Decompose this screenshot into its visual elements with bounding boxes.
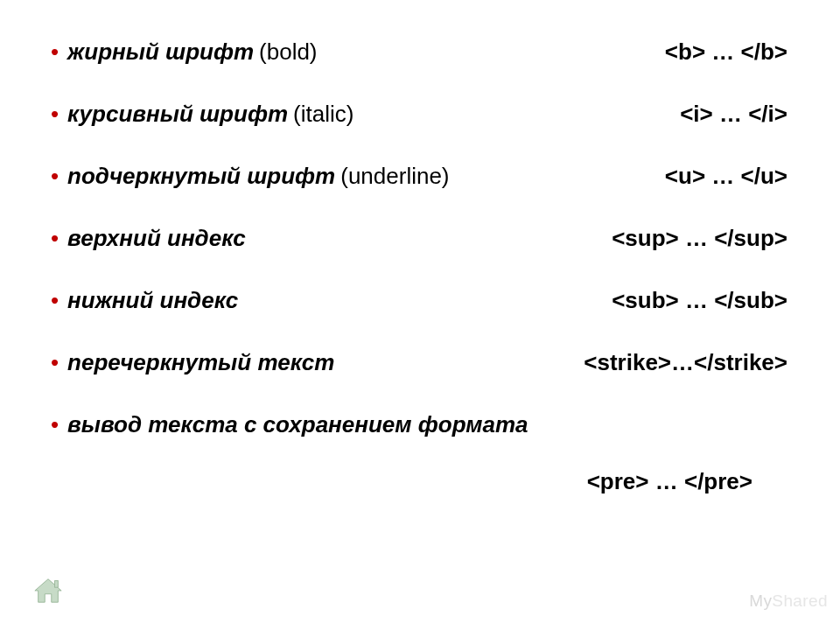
item-code: <i> … </i>	[680, 101, 805, 128]
item-code: <sup> … </sup>	[612, 225, 805, 252]
item-paren: (italic)	[293, 101, 354, 128]
watermark-my: My	[749, 592, 772, 610]
bullet-icon: •	[51, 102, 59, 125]
item-description: верхний индекс	[67, 225, 246, 252]
item-description: жирный шрифт	[67, 38, 254, 66]
bullet-icon: •	[51, 164, 59, 187]
item-description: нижний индекс	[67, 287, 238, 314]
item-description: курсивный шрифт	[67, 101, 288, 128]
bullet-icon: •	[51, 351, 59, 374]
list-item: • жирный шрифт (bold) <b> … </b>	[51, 38, 805, 66]
bullet-icon: •	[51, 413, 59, 436]
item-code: <strike>…</strike>	[584, 349, 805, 376]
item-code: <pre> … </pre>	[587, 468, 752, 495]
bullet-icon: •	[51, 227, 59, 249]
pre-code-line: <pre> … </pre>	[51, 468, 805, 495]
bullet-icon: •	[51, 289, 59, 312]
slide-content: • жирный шрифт (bold) <b> … </b> • курси…	[0, 0, 840, 495]
list-item: • перечеркнутый текст <strike>…</strike>	[51, 349, 805, 376]
item-paren: (bold)	[259, 38, 317, 66]
item-description: перечеркнутый текст	[67, 349, 334, 376]
watermark: MyShared	[749, 592, 828, 611]
list-item: • курсивный шрифт (italic) <i> … </i>	[51, 101, 805, 128]
item-description: вывод текста с сохранением формата	[67, 411, 528, 438]
item-description: подчеркнутый шрифт	[67, 163, 335, 190]
list-item: • вывод текста с сохранением формата	[51, 411, 805, 438]
watermark-shared: Shared	[772, 592, 828, 610]
bullet-icon: •	[51, 40, 59, 63]
item-paren: (underline)	[340, 163, 449, 190]
list-item: • подчеркнутый шрифт (underline) <u> … <…	[51, 163, 805, 190]
item-code: <sub> … </sub>	[612, 287, 805, 314]
item-code: <b> … </b>	[665, 38, 805, 66]
item-code: <u> … </u>	[665, 163, 805, 190]
svg-rect-1	[55, 581, 59, 588]
home-icon[interactable]	[32, 576, 65, 606]
list-item: • верхний индекс <sup> … </sup>	[51, 225, 805, 252]
list-item: • нижний индекс <sub> … </sub>	[51, 287, 805, 314]
